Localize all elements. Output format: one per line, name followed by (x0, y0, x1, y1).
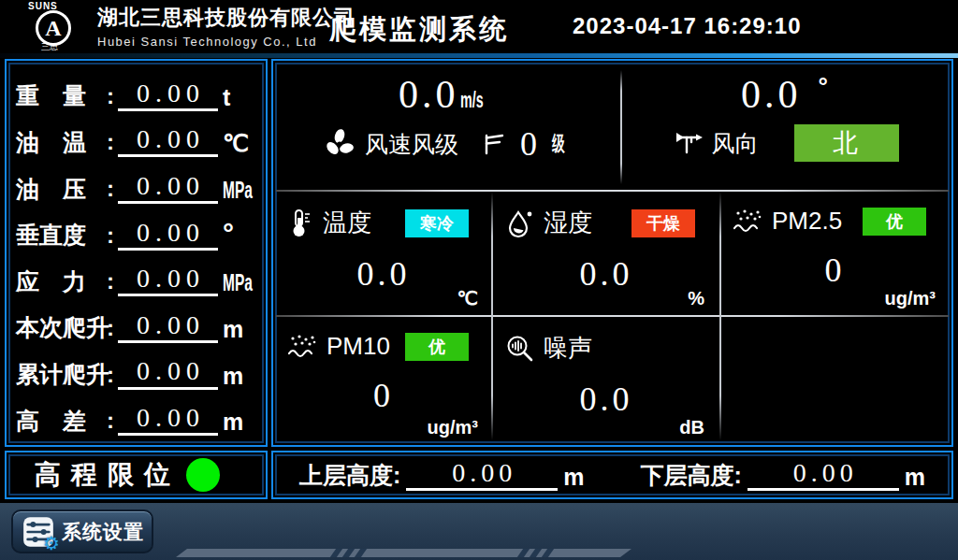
pm10-status-badge: 优 (405, 333, 469, 361)
row-unit: m (223, 362, 256, 390)
pm25-status-badge: 优 (863, 208, 926, 236)
colon: : (107, 129, 114, 155)
wind-speed-label: 风速风级 (365, 129, 458, 160)
climbing-formwork-monitor-screen: SUNS A 三思 湖北三思科技股份有限公司 Hubei Sansi Techn… (0, 0, 958, 560)
system-settings-button[interactable]: ⚙ 系统设置 (11, 510, 153, 553)
temperature-unit: ℃ (457, 287, 478, 309)
upper-height-value: 0.00 (406, 459, 558, 491)
datetime-display: 2023-04-17 16:29:10 (573, 13, 802, 39)
wind-vane-icon (675, 130, 703, 156)
temperature-label: 温度 (323, 207, 371, 239)
gear-icon: ⚙ (43, 532, 60, 554)
wind-direction-detail-line: 风向 北 (625, 124, 948, 162)
system-settings-label: 系统设置 (62, 519, 144, 545)
humidity-status-badge: 干燥 (631, 209, 695, 237)
pm25-value: 0 (721, 251, 949, 290)
logo-sansi-text: 三思 (41, 41, 58, 53)
pm25-label: PM2.5 (772, 207, 842, 236)
colon: : (107, 408, 114, 434)
wind-direction-unit: ° (819, 72, 832, 100)
taskbar-decoration-stripe (176, 549, 631, 557)
wind-direction-label: 风向 (712, 128, 759, 159)
colon: : (107, 315, 114, 341)
noise-value: 0.0 (495, 380, 718, 419)
lower-height-unit: m (905, 464, 925, 491)
upper-height-label: 上层高度: (299, 460, 400, 491)
row-total-climb: 累计爬升: 0.00 m (16, 349, 256, 390)
dust-icon (733, 208, 762, 236)
row-stress: 应 力: 0.00 MPa (16, 255, 256, 296)
pm10-unit: ug/m³ (428, 417, 478, 438)
row-weight: 重 量: 0.00 t (16, 70, 256, 111)
pm10-label: PM10 (327, 332, 390, 361)
wind-speed-unit: m/s (460, 88, 484, 113)
colon: : (107, 268, 114, 294)
row-value: 0.00 (118, 310, 218, 343)
company-name-cn: 湖北三思科技股份有限公司 (97, 4, 356, 32)
humidity-label: 湿度 (544, 207, 592, 239)
wind-level-value: 0 (520, 124, 537, 164)
noise-meter-icon (506, 335, 534, 363)
colon: : (107, 176, 114, 202)
wind-direction-section: 0.0° 风向 北 (625, 66, 948, 190)
elevation-limit-box: 高程限位 (5, 451, 268, 499)
lower-height-label: 下层高度: (641, 460, 742, 491)
humidity-value: 0.0 (495, 254, 718, 294)
row-label: 本次爬升 (16, 312, 107, 343)
fan-icon (324, 128, 356, 160)
wind-section-divider (620, 70, 622, 184)
row-unit: MPa (223, 268, 256, 296)
layer-heights-box: 上层高度: 0.00 m 下层高度: 0.00 m (271, 451, 953, 499)
row-value: 0.00 (118, 264, 218, 296)
row-value: 0.00 (118, 356, 218, 389)
upper-height-group: 上层高度: 0.00 m (299, 459, 585, 491)
lower-height-value: 0.00 (748, 459, 899, 491)
colon: : (107, 223, 114, 249)
humidity-unit: % (688, 288, 704, 309)
row-label: 累计爬升 (16, 359, 107, 390)
header-divider (0, 53, 958, 58)
noise-label: 噪声 (544, 332, 592, 365)
row-unit: t (223, 83, 256, 111)
row-oil-pressure: 油 压: 0.00 MPa (16, 163, 256, 204)
taskbar: ⚙ 系统设置 (0, 503, 958, 560)
row-label: 油 温 (16, 127, 107, 158)
pm10-value: 0 (276, 376, 491, 415)
elevation-limit-indicator (186, 458, 220, 492)
wind-speed-detail-line: 风速风级 0 级 (277, 124, 619, 164)
row-unit: ° (223, 217, 256, 251)
row-height-diff: 高 差: 0.00 m (16, 395, 256, 436)
noise-unit: dB (679, 417, 704, 438)
lower-height-group: 下层高度: 0.00 m (641, 459, 926, 491)
pm25-cell: PM2.5 优 0 ug/m³ (721, 192, 949, 315)
thermometer-icon (287, 208, 313, 238)
header: SUNS A 三思 湖北三思科技股份有限公司 Hubei Sansi Techn… (0, 0, 958, 53)
grid-vertical-divider-1 (491, 192, 493, 440)
wind-speed-section: 0.0m/s 风速风级 (277, 66, 619, 190)
company-name-en: Hubei Sansi Technology Co., Ltd (97, 35, 356, 49)
measurement-rows: 重 量: 0.00 t 油 温: 0.00 ℃ 油 压: 0.00 MPa 垂直… (16, 67, 256, 438)
wind-barb-icon (481, 132, 505, 156)
elevation-limit-label: 高程限位 (35, 457, 181, 493)
company-name-block: 湖北三思科技股份有限公司 Hubei Sansi Technology Co.,… (97, 4, 356, 49)
row-unit: MPa (223, 176, 256, 204)
wind-direction-value-line: 0.0° (625, 72, 948, 117)
wind-direction-value: 0.0 (741, 73, 802, 116)
humidity-cell: 湿度 干燥 0.0 % (495, 192, 718, 315)
sliders-icon: ⚙ (22, 516, 54, 548)
row-unit: ℃ (223, 129, 256, 157)
wind-speed-value: 0.0 (399, 73, 459, 116)
noise-cell: 噪声 0.0 dB (495, 317, 718, 444)
colon: : (107, 83, 114, 109)
row-value: 0.00 (118, 79, 218, 111)
row-label: 油 压 (16, 174, 107, 205)
row-verticality: 垂直度: 0.00 ° (16, 209, 256, 251)
row-value: 0.00 (118, 124, 218, 157)
water-drop-icon (506, 208, 534, 238)
company-logo: SUNS A 三思 (22, 0, 90, 53)
pm25-unit: ug/m³ (885, 288, 936, 309)
logo-letter: A (45, 17, 61, 39)
measurement-panel: 重 量: 0.00 t 油 温: 0.00 ℃ 油 压: 0.00 MPa 垂直… (5, 59, 268, 447)
row-value: 0.00 (118, 403, 218, 436)
wind-level-unit: 级 (552, 130, 573, 158)
